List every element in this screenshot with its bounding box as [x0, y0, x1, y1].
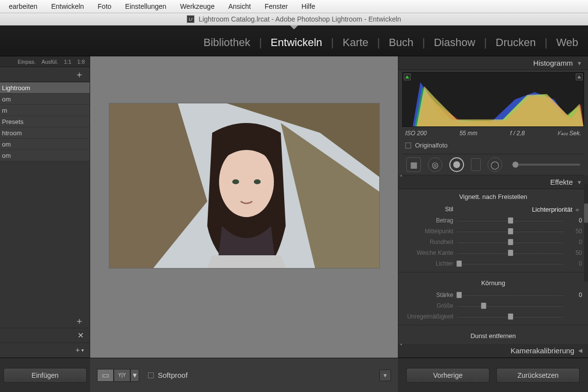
os-menubar: earbeiten Entwickeln Foto Einstellungen …: [0, 0, 588, 13]
vignette-slider[interactable]: [457, 263, 564, 265]
module-web[interactable]: Web: [553, 36, 581, 49]
menu-bearbeiten[interactable]: earbeiten: [2, 0, 44, 13]
module-entwickeln[interactable]: Entwickeln: [268, 36, 325, 49]
view-mode-toggle[interactable]: ▭ Y|Y ▾: [97, 369, 139, 382]
vignette-label: Rundheit: [398, 239, 457, 245]
window-title: Lightroom Catalog.lrcat - Adobe Photosho…: [198, 15, 401, 23]
grain-label: Stärke: [398, 292, 457, 298]
menu-fenster[interactable]: Fenster: [258, 0, 294, 13]
right-panel-scrollbar[interactable]: [584, 184, 588, 282]
menu-hilfe[interactable]: Hilfe: [294, 0, 322, 13]
original-photo-checkbox[interactable]: [405, 143, 411, 148]
exif-readout: ISO 200 55 mm f / 2,8 ¹⁄₄₀₀ Sek.: [398, 129, 588, 140]
menu-werkzeuge[interactable]: Werkzeuge: [173, 0, 221, 13]
svg-point-4: [254, 179, 261, 184]
grain-slider[interactable]: [457, 294, 564, 296]
preset-folder[interactable]: om: [0, 150, 90, 161]
svg-point-2: [219, 147, 274, 217]
local-adjust-toolstrip: ▦ ◎ ◯: [402, 154, 584, 175]
preset-folder[interactable]: om: [0, 94, 90, 105]
grain-slider[interactable]: [457, 305, 564, 307]
grain-slider[interactable]: [457, 316, 564, 318]
preset-folder[interactable]: m: [0, 105, 90, 116]
redeye-tool-icon[interactable]: [449, 157, 464, 172]
menu-ansicht[interactable]: Ansicht: [221, 0, 258, 13]
menu-foto[interactable]: Foto: [91, 0, 118, 13]
reset-button[interactable]: Zurücksetzen: [496, 368, 580, 383]
module-karte[interactable]: Karte: [340, 36, 371, 49]
loupe-view[interactable]: ↖: [90, 56, 398, 358]
zoom-1-1[interactable]: 1:1: [64, 59, 71, 65]
exif-iso: ISO 200: [405, 130, 427, 137]
vignette-slider[interactable]: [457, 230, 564, 232]
window-titlebar: Lr Lightroom Catalog.lrcat - Adobe Photo…: [0, 13, 588, 25]
exif-aperture: f / 2,8: [510, 130, 525, 137]
vignette-style-label: Stil: [398, 206, 457, 213]
vignette-slider[interactable]: [457, 220, 564, 221]
top-panel-collapse-handle[interactable]: [0, 25, 588, 29]
vignette-label: Lichter: [398, 260, 457, 267]
bottom-toolbar: Einfügen ▭ Y|Y ▾ Softproof ▼ Vorherige Z…: [0, 358, 588, 392]
vignette-value: 50: [568, 249, 582, 256]
chevron-left-icon: ◀: [578, 347, 582, 354]
module-picker: Bibliothek| Entwickeln| Karte| Buch| Dia…: [0, 29, 588, 56]
toolbar-options-dropdown[interactable]: ▼: [379, 369, 391, 381]
photo-canvas[interactable]: [109, 103, 379, 268]
panel-switch-icon[interactable]: ▪: [400, 342, 402, 347]
right-panel: Histogramm▼ ISO 200 55 mm f / 2,8 ¹⁄₄₀₀ …: [398, 56, 588, 358]
vignette-value: 0: [568, 239, 582, 245]
module-diashow[interactable]: Diashow: [431, 36, 478, 49]
histogram[interactable]: [402, 72, 584, 127]
collections-add-button[interactable]: ＋▾: [0, 343, 90, 358]
menu-entwickeln[interactable]: Entwickeln: [44, 0, 91, 13]
original-photo-label: Originalfoto: [415, 142, 447, 149]
previous-button[interactable]: Vorherige: [406, 368, 490, 383]
mask-overlay-slider[interactable]: [512, 164, 580, 166]
preset-folder[interactable]: Lightroom: [0, 82, 90, 94]
loupe-view-icon[interactable]: ▭: [97, 369, 114, 382]
zoom-fit[interactable]: Einpas.: [18, 59, 36, 65]
preset-folder[interactable]: Presets: [0, 116, 90, 127]
history-clear-button[interactable]: ✕: [0, 328, 90, 343]
exif-shutter: ¹⁄₄₀₀ Sek.: [558, 130, 581, 137]
navigator-zoom-row: Einpas. Ausfül. 1:1 1:8: [0, 56, 90, 67]
snapshots-add-button[interactable]: ＋: [0, 314, 90, 328]
preset-folder[interactable]: om: [0, 139, 90, 150]
graduated-filter-tool-icon[interactable]: [471, 158, 481, 171]
menu-einstellungen[interactable]: Einstellungen: [118, 0, 173, 13]
exif-focal: 55 mm: [460, 130, 478, 137]
vignette-value: 0: [568, 260, 582, 267]
effects-panel-header[interactable]: ▪ Effekte▼: [398, 175, 588, 189]
histogram-panel-header[interactable]: Histogramm▼: [398, 56, 588, 70]
vignette-slider[interactable]: [457, 241, 564, 243]
vignette-value: 0: [568, 217, 582, 224]
spot-removal-tool-icon[interactable]: ◎: [428, 157, 442, 172]
vignette-slider[interactable]: [457, 252, 564, 254]
module-bibliothek[interactable]: Bibliothek: [200, 36, 253, 49]
radial-filter-tool-icon[interactable]: ◯: [488, 157, 502, 172]
crop-tool-icon[interactable]: ▦: [406, 157, 421, 172]
presets-add-button[interactable]: ＋: [0, 67, 90, 82]
vignette-style-dropdown[interactable]: Lichterpriorität≑: [457, 206, 579, 213]
module-buch[interactable]: Buch: [386, 36, 416, 49]
vignette-label: Betrag: [398, 217, 457, 224]
grain-value: 0: [568, 292, 582, 298]
effects-panel: Vignett. nach Freistellen Stil Lichterpr…: [398, 189, 588, 344]
preset-folder[interactable]: htroom: [0, 127, 90, 139]
module-drucken[interactable]: Drucken: [493, 36, 539, 49]
softproof-label: Softproof: [158, 371, 188, 379]
softproof-checkbox[interactable]: [148, 372, 154, 378]
left-panel: Einpas. Ausfül. 1:1 1:8 ＋ Lightroom om m…: [0, 56, 90, 358]
before-after-lr-icon[interactable]: Y|Y: [114, 369, 130, 382]
paste-button[interactable]: Einfügen: [3, 368, 87, 383]
lightroom-app-icon: Lr: [187, 15, 195, 23]
camera-calibration-panel-header[interactable]: ▪ Kamerakalibrierung◀: [398, 344, 588, 358]
dehaze-section-title: Dunst entfernen: [398, 328, 588, 343]
preset-list: Lightroom om m Presets htroom om om: [0, 82, 90, 161]
panel-switch-icon[interactable]: ▪: [400, 173, 402, 178]
zoom-1-8[interactable]: 1:8: [77, 59, 85, 65]
vignette-label: Weiche Kante: [398, 249, 457, 256]
zoom-fill[interactable]: Ausfül.: [42, 59, 58, 65]
vignette-value: 50: [568, 228, 582, 235]
before-after-menu-icon[interactable]: ▾: [130, 369, 139, 382]
